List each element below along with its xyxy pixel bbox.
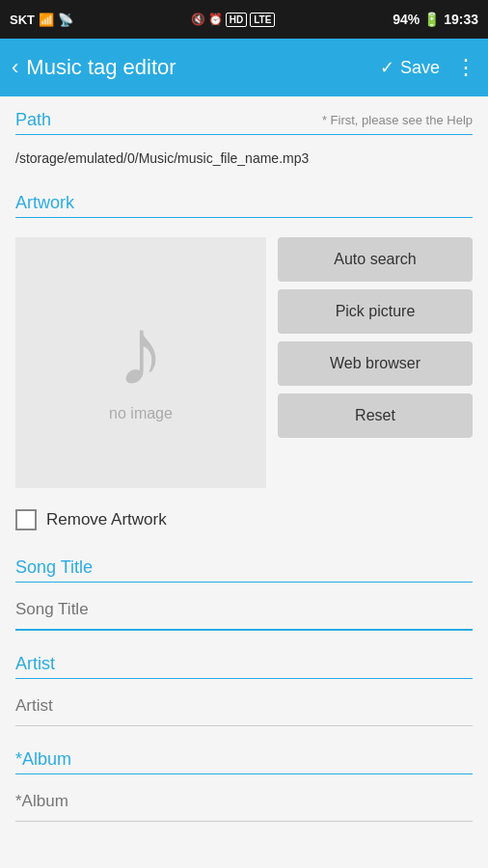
remove-artwork-label: Remove Artwork xyxy=(46,510,167,529)
save-button[interactable]: ✓ Save xyxy=(380,57,440,78)
status-left: SKT 📶 📡 xyxy=(10,13,73,27)
path-value: /storage/emulated/0/Music/music_file_nam… xyxy=(15,145,473,179)
no-image-text: no image xyxy=(109,405,173,422)
music-note-icon: ♪ xyxy=(117,303,165,399)
content-area: Path * First, please see the Help /stora… xyxy=(0,96,488,822)
path-hint: * First, please see the Help xyxy=(322,113,473,127)
reset-button[interactable]: Reset xyxy=(278,393,473,438)
pick-picture-button[interactable]: Pick picture xyxy=(278,289,473,334)
path-label: Path xyxy=(15,110,51,130)
artwork-buttons: Auto search Pick picture Web browser Res… xyxy=(278,237,473,488)
status-right: 94% 🔋 19:33 xyxy=(393,12,478,27)
album-label: *Album xyxy=(15,736,473,774)
web-browser-button[interactable]: Web browser xyxy=(278,341,473,386)
action-bar-left: ‹ Music tag editor xyxy=(12,55,176,80)
carrier-label: SKT xyxy=(10,13,35,27)
battery-icon: 🔋 xyxy=(423,12,440,27)
status-bar: SKT 📶 📡 🔇 ⏰ HD LTE 94% 🔋 19:33 xyxy=(0,0,488,39)
artwork-image-box: ♪ no image xyxy=(15,237,266,488)
auto-search-button[interactable]: Auto search xyxy=(278,237,473,282)
app-title: Music tag editor xyxy=(26,55,176,80)
back-button[interactable]: ‹ xyxy=(12,55,18,80)
song-title-input[interactable] xyxy=(15,590,473,631)
more-menu-button[interactable]: ⋮ xyxy=(455,55,476,80)
artwork-label: Artwork xyxy=(15,179,473,218)
action-bar: ‹ Music tag editor ✓ Save ⋮ xyxy=(0,39,488,96)
song-title-section: Song Title xyxy=(0,544,488,631)
song-title-label: Song Title xyxy=(15,544,473,583)
check-icon: ✓ xyxy=(380,57,394,78)
battery-label: 94% xyxy=(393,12,420,27)
wifi-icon: 📡 xyxy=(58,13,73,27)
lte-badge: LTE xyxy=(250,13,275,27)
artist-label: Artist xyxy=(15,640,473,679)
status-center-icons: 🔇 ⏰ HD LTE xyxy=(191,13,276,27)
alarm-icon: ⏰ xyxy=(208,13,223,26)
path-header: Path * First, please see the Help xyxy=(15,96,473,135)
album-section: *Album xyxy=(0,736,488,822)
action-bar-right: ✓ Save ⋮ xyxy=(380,55,476,80)
mute-icon: 🔇 xyxy=(191,13,205,26)
hd-badge: HD xyxy=(226,13,247,27)
path-section: Path * First, please see the Help /stora… xyxy=(0,96,488,179)
album-input[interactable] xyxy=(15,782,473,822)
signal-icon: 📶 xyxy=(39,13,54,27)
time-label: 19:33 xyxy=(444,12,478,27)
artwork-section: Artwork ♪ no image Auto search Pick pict… xyxy=(0,179,488,500)
remove-artwork-row: Remove Artwork xyxy=(0,500,488,544)
artist-section: Artist xyxy=(0,640,488,726)
save-label: Save xyxy=(400,58,440,78)
remove-artwork-checkbox[interactable] xyxy=(15,509,37,530)
artwork-content: ♪ no image Auto search Pick picture Web … xyxy=(15,226,473,500)
artist-input[interactable] xyxy=(15,687,473,726)
